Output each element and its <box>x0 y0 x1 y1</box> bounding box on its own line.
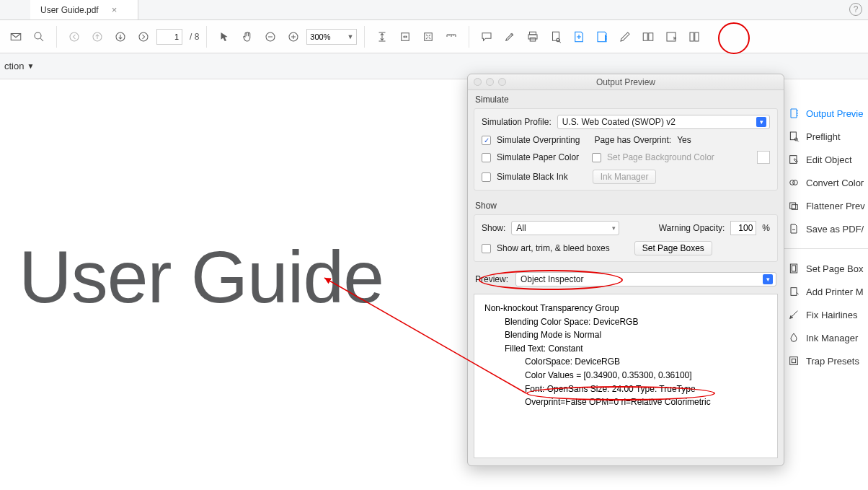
help-icon[interactable]: ? <box>849 3 862 16</box>
warning-opacity-label: Warning Opacity: <box>659 223 725 233</box>
svg-point-2 <box>70 32 79 41</box>
export-icon[interactable] <box>661 27 681 47</box>
inspector-line: Overprint=False OPM=0 ri=Relative Colori… <box>484 395 767 409</box>
warning-unit: % <box>762 223 770 233</box>
show-group: Show: All▾ Warning Opacity: % Show art, … <box>474 214 778 262</box>
trap-presets-icon <box>787 354 800 367</box>
object-inspector: Non-knockout Transparency Group Blending… <box>474 294 778 458</box>
tool-fix-hairlines[interactable]: Fix Hairlines <box>787 308 868 321</box>
svg-point-1 <box>35 32 41 39</box>
preview-select[interactable]: Object Inspector▾ <box>515 272 776 286</box>
tool-ink-manager[interactable]: Ink Manager <box>787 331 868 344</box>
page-has-overprint-value: Yes <box>677 135 691 145</box>
show-heading: Show <box>468 196 784 212</box>
search-icon[interactable] <box>29 27 49 47</box>
document-tab[interactable]: User Guide.pdf × <box>30 0 138 19</box>
tool-trap-presets[interactable]: Trap Presets <box>787 354 868 367</box>
sim-overprint-checkbox[interactable]: ✓ <box>482 136 491 145</box>
document-viewport: User Guide Output Previe Preflight Edit … <box>0 79 868 490</box>
output-preview-tool-icon[interactable] <box>592 27 612 47</box>
panel-titlebar[interactable]: Output Preview <box>468 74 784 90</box>
tool-save-as-pdf[interactable]: Save as PDF/ <box>787 222 868 235</box>
svg-point-5 <box>139 32 148 41</box>
hand-tool-icon[interactable] <box>237 27 257 47</box>
output-preview-panel: Output Preview Simulate Simulation Profi… <box>467 74 784 466</box>
show-art-label: Show art, trim, & bleed boxes <box>497 243 610 253</box>
sim-paper-checkbox[interactable] <box>482 153 491 162</box>
svg-rect-13 <box>553 32 559 40</box>
next-page-icon[interactable] <box>110 27 130 47</box>
fit-height-icon[interactable] <box>372 27 392 47</box>
svg-rect-15 <box>644 32 648 40</box>
tool-flattener[interactable]: Flattener Prev <box>787 199 868 212</box>
simulate-heading: Simulate <box>468 90 784 106</box>
inspector-line: Non-knockout Transparency Group <box>484 302 767 315</box>
chevron-down-icon[interactable]: ▼ <box>27 62 34 70</box>
tool-preflight[interactable]: Preflight <box>787 130 868 143</box>
organize-icon[interactable] <box>684 27 704 47</box>
show-select[interactable]: All▾ <box>511 221 619 235</box>
page-number-input[interactable] <box>156 29 182 45</box>
compare-icon[interactable] <box>638 27 658 47</box>
svg-rect-25 <box>790 203 796 209</box>
search-doc-icon[interactable] <box>546 27 566 47</box>
svg-rect-16 <box>649 32 653 40</box>
highlight-icon[interactable] <box>500 27 520 47</box>
sim-profile-select[interactable]: U.S. Web Coated (SWOP) v2▾ <box>557 115 770 129</box>
tool-output-preview[interactable]: Output Previe <box>787 107 868 120</box>
last-page-icon[interactable] <box>133 27 154 47</box>
first-page-icon[interactable] <box>64 27 84 47</box>
sim-overprint-label: Simulate Overprinting <box>497 135 580 145</box>
svg-rect-17 <box>667 32 676 41</box>
comment-icon[interactable] <box>477 27 497 47</box>
right-tools-list: Output Previe Preflight Edit Object Conv… <box>787 107 868 367</box>
measure-icon[interactable] <box>441 27 461 47</box>
set-bg-label: Set Page Background Color <box>607 152 714 162</box>
window-controls[interactable] <box>474 78 506 86</box>
close-icon[interactable]: × <box>112 4 118 15</box>
fit-page-icon[interactable] <box>418 27 438 47</box>
edit-object-icon[interactable] <box>615 27 635 47</box>
zoom-in-icon[interactable] <box>283 27 304 47</box>
svg-rect-18 <box>690 32 694 41</box>
inspector-line: Font: OpenSans Size: 24.00 Type: TrueTyp… <box>484 382 767 396</box>
tool-add-printer-marks[interactable]: Add Printer M <box>787 285 868 298</box>
fit-width-icon[interactable] <box>395 27 415 47</box>
tab-title: User Guide.pdf <box>40 5 99 15</box>
prev-page-icon[interactable] <box>87 27 107 47</box>
edit-object-small-icon <box>787 153 800 166</box>
envelope-icon[interactable] <box>6 27 26 47</box>
svg-rect-12 <box>531 38 536 41</box>
tool-convert-colors[interactable]: Convert Color <box>787 176 868 189</box>
warning-opacity-input[interactable] <box>730 221 756 235</box>
inspector-line: Color Values = [0.34900, 0.35300, 0.3610… <box>484 369 767 382</box>
tool-edit-object[interactable]: Edit Object <box>787 153 868 166</box>
show-label: Show: <box>482 223 505 233</box>
inspector-line: Blending Mode is Normal <box>484 328 767 342</box>
set-page-boxes-button[interactable]: Set Page Boxes <box>634 241 712 255</box>
select-tool-icon[interactable] <box>214 27 234 47</box>
sim-paper-label: Simulate Paper Color <box>497 152 579 162</box>
page-heading: User Guide <box>19 235 384 320</box>
toolbar: / 8 300%▼ <box>0 20 868 53</box>
inspector-line: Blending Color Space: DeviceRGB <box>484 315 767 329</box>
sim-black-label: Simulate Black Ink <box>497 172 568 182</box>
print-icon[interactable] <box>523 27 543 47</box>
show-art-checkbox[interactable] <box>482 244 491 253</box>
preflight-tool-icon[interactable] <box>569 27 589 47</box>
svg-rect-28 <box>792 266 795 271</box>
inspector-line: ColorSpace: DeviceRGB <box>484 355 767 369</box>
preflight-icon <box>787 130 800 143</box>
tool-set-page-boxes[interactable]: Set Page Box <box>787 262 868 275</box>
printer-marks-icon <box>787 285 800 298</box>
zoom-out-icon[interactable] <box>260 27 280 47</box>
page-has-overprint-label: Page has Overprint: <box>594 135 671 145</box>
zoom-select[interactable]: 300%▼ <box>306 29 357 45</box>
subbar-fragment[interactable]: ction <box>4 61 24 71</box>
sim-black-checkbox[interactable] <box>482 172 491 182</box>
simulate-group: Simulation Profile: U.S. Web Coated (SWO… <box>474 108 778 191</box>
hairlines-icon <box>787 308 800 321</box>
ink-manager-button: Ink Manager <box>593 170 657 184</box>
bg-color-swatch <box>757 151 770 164</box>
sim-profile-label: Simulation Profile: <box>482 117 552 127</box>
